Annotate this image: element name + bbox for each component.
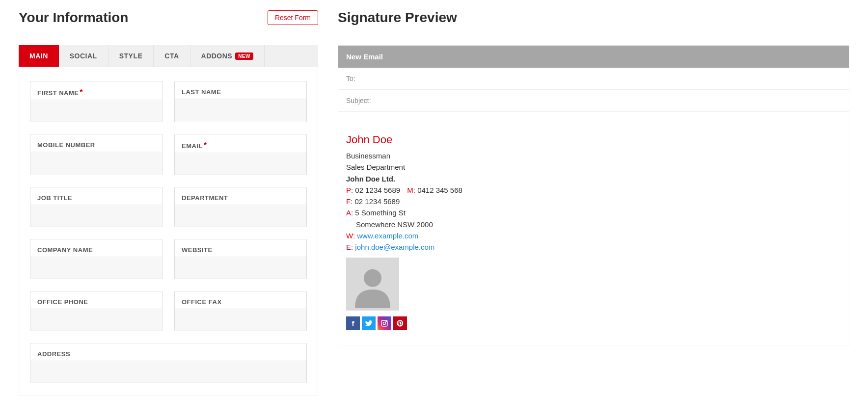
reset-button[interactable]: Reset Form bbox=[268, 10, 318, 25]
avatar-icon bbox=[351, 261, 395, 311]
email-input[interactable] bbox=[175, 153, 306, 175]
new-badge: NEW bbox=[235, 52, 253, 60]
mobile-input[interactable] bbox=[30, 152, 162, 174]
avatar-placeholder bbox=[346, 258, 399, 311]
subject-field: Subject: bbox=[338, 90, 849, 112]
sig-addr1: 5 Something St bbox=[355, 208, 406, 217]
facebook-icon[interactable]: f bbox=[346, 316, 360, 330]
field-office-phone: OFFICE PHONE bbox=[30, 291, 163, 331]
preview-title: Signature Preview bbox=[338, 10, 457, 26]
field-first-name: FIRST NAME* bbox=[30, 81, 163, 122]
sig-company: John Doe Ltd. bbox=[346, 173, 841, 184]
twitter-icon[interactable] bbox=[362, 316, 376, 330]
job-title-input[interactable] bbox=[30, 205, 162, 227]
sig-job: Businessman bbox=[346, 150, 841, 161]
field-office-fax: OFFICE FAX bbox=[174, 291, 307, 331]
tabs: MAIN SOCIAL STYLE CTA ADDONS NEW bbox=[19, 45, 318, 67]
preview-panel: Signature Preview New Email To: Subject:… bbox=[338, 10, 849, 395]
field-website: WEBSITE bbox=[174, 239, 307, 279]
tab-main[interactable]: MAIN bbox=[19, 45, 59, 67]
svg-point-3 bbox=[386, 321, 386, 322]
website-input[interactable] bbox=[175, 257, 306, 279]
last-name-input[interactable] bbox=[175, 99, 306, 121]
field-address: ADDRESS bbox=[30, 343, 307, 383]
tab-social[interactable]: SOCIAL bbox=[59, 45, 108, 67]
form-panel: Your Information Reset Form MAIN SOCIAL … bbox=[19, 10, 318, 395]
tab-addons[interactable]: ADDONS NEW bbox=[190, 45, 265, 67]
sig-phone: 02 1234 5689 bbox=[355, 186, 400, 194]
svg-point-0 bbox=[364, 269, 381, 287]
field-mobile: MOBILE NUMBER bbox=[30, 134, 163, 175]
form-body: FIRST NAME* LAST NAME MOBILE NUMBER EMAI… bbox=[19, 67, 318, 395]
tab-style[interactable]: STYLE bbox=[108, 45, 154, 67]
sig-dept: Sales Department bbox=[346, 161, 841, 173]
sig-fax: 02 1234 5689 bbox=[355, 197, 400, 206]
sig-email: john.doe@example.com bbox=[355, 243, 434, 251]
form-title: Your Information bbox=[19, 10, 128, 26]
signature: John Doe Businessman Sales Department Jo… bbox=[338, 112, 849, 345]
new-email-bar: New Email bbox=[338, 46, 849, 68]
field-department: DEPARTMENT bbox=[174, 187, 307, 227]
sig-web: www.example.com bbox=[357, 232, 418, 240]
office-fax-input[interactable] bbox=[175, 309, 306, 331]
address-input[interactable] bbox=[30, 361, 306, 383]
field-last-name: LAST NAME bbox=[174, 81, 307, 122]
field-company: COMPANY NAME bbox=[30, 239, 163, 279]
svg-point-2 bbox=[383, 322, 385, 325]
department-input[interactable] bbox=[175, 205, 306, 227]
company-input[interactable] bbox=[30, 257, 162, 279]
social-icons: f bbox=[346, 316, 841, 330]
sig-addr2: Somewhere NSW 2000 bbox=[346, 219, 841, 230]
first-name-input[interactable] bbox=[30, 100, 162, 122]
instagram-icon[interactable] bbox=[378, 316, 391, 330]
pinterest-icon[interactable] bbox=[393, 316, 407, 330]
sig-mobile: 0412 345 568 bbox=[417, 186, 462, 194]
tab-cta[interactable]: CTA bbox=[154, 45, 190, 67]
to-field: To: bbox=[338, 68, 849, 90]
field-email: EMAIL* bbox=[174, 134, 307, 175]
field-job-title: JOB TITLE bbox=[30, 187, 163, 227]
sig-name: John Doe bbox=[346, 131, 841, 148]
office-phone-input[interactable] bbox=[30, 309, 162, 331]
